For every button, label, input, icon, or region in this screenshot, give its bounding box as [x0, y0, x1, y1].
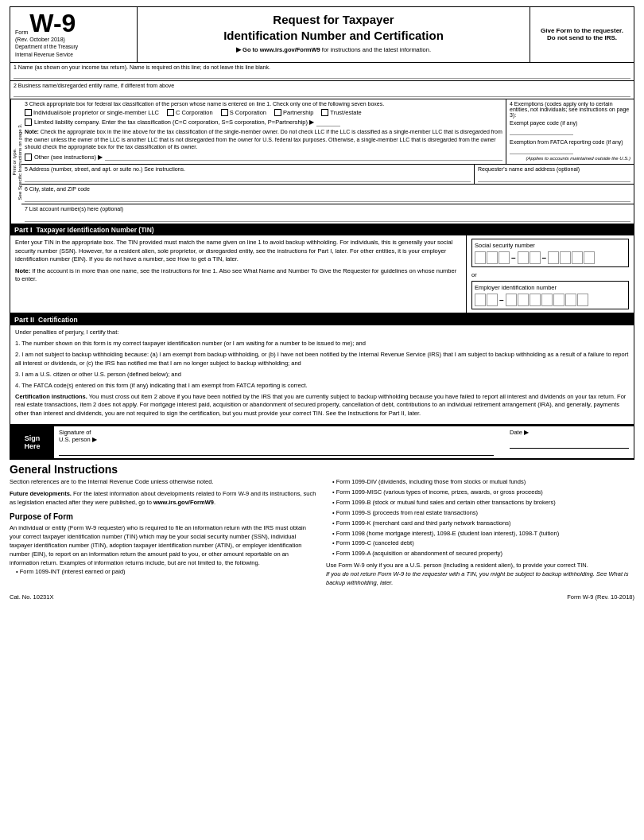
ssn-cell-7[interactable]	[560, 251, 571, 264]
requester-label: Requester's name and address (optional)	[478, 166, 630, 172]
ssn-cell-1[interactable]	[475, 251, 486, 264]
ein-cell-2[interactable]	[487, 294, 498, 306]
w9-form: Form W-9 (Rev. October 2018) Department …	[0, 0, 644, 840]
field2-input[interactable]	[14, 89, 630, 97]
ein-cell-1[interactable]	[475, 294, 486, 306]
field2-row: 2 Business name/disregarded entity name,…	[10, 81, 634, 99]
give-form-text: Give Form to the requester. Do not send …	[530, 7, 634, 62]
ssn-seg3	[548, 251, 595, 264]
c-corp-checkbox[interactable]	[167, 109, 174, 116]
ein-cell-8[interactable]	[565, 294, 576, 306]
other-row: Other (see instructions) ▶	[25, 153, 502, 161]
future-dev-end: .	[214, 499, 215, 506]
side-label: Print or type. See Specific Instructions…	[10, 99, 21, 224]
ein-cell-5[interactable]	[530, 294, 541, 306]
llc-row: Limited liability company. Enter the tax…	[25, 119, 502, 126]
part1-header: Part I Taxpayer Identification Number (T…	[10, 224, 634, 235]
col-left: Section references are to the Internal R…	[10, 478, 318, 587]
fatca-input[interactable]	[510, 146, 573, 154]
requester-block: Requester's name and address (optional)	[475, 165, 634, 184]
ssn-cell-2[interactable]	[487, 251, 498, 264]
ein-cell-9[interactable]	[577, 294, 588, 306]
general-instructions: General Instructions Section references …	[10, 459, 634, 604]
sign-section: Sign Here Signature of U.S. person ▶ Dat…	[10, 425, 634, 459]
ssn-cell-6[interactable]	[548, 251, 559, 264]
field5-label: 5 Address (number, street, and apt. or s…	[25, 166, 471, 172]
purpose-title: Purpose of Form	[10, 511, 318, 523]
italic-text: If you do not return Form W-9 to the req…	[326, 570, 634, 587]
requester-input[interactable]	[478, 174, 630, 182]
field3-4-row: 3 Check appropriate box for federal tax …	[21, 99, 634, 165]
fatca-block: Exemption from FATCA reporting code (if …	[510, 139, 630, 154]
partnership-checkbox[interactable]	[274, 109, 281, 116]
part1-body: Enter your TIN in the appropriate box. T…	[10, 235, 634, 313]
part1-note-prefix: Note:	[15, 267, 30, 274]
ssn-cell-9[interactable]	[584, 251, 595, 264]
other-checkbox[interactable]	[25, 154, 32, 161]
s-corp-checkbox[interactable]	[221, 109, 228, 116]
field7-label: 7 List account number(s) here (optional)	[25, 206, 630, 212]
field7-input[interactable]	[25, 214, 630, 222]
sig-label: Signature of	[59, 429, 494, 436]
two-col-layout: Section references are to the Internal R…	[10, 478, 634, 587]
bullet1: • Form 1099-INT (interest earned or paid…	[16, 568, 318, 577]
form-fields-body: 1 Name (as shown on your income tax retu…	[10, 63, 634, 224]
exempt-payee-input[interactable]	[510, 127, 573, 135]
ein-dash: –	[499, 296, 504, 305]
field6-input[interactable]	[25, 194, 630, 202]
individual-checkbox[interactable]	[25, 109, 32, 116]
field4-label: 4 Exemptions (codes apply only to certai…	[510, 101, 630, 118]
part2-intro: Under penalties of perjury, I certify th…	[15, 329, 629, 337]
part1-left: Enter your TIN in the appropriate box. T…	[10, 235, 467, 313]
llc-classification-input[interactable]	[316, 119, 340, 126]
other-input[interactable]	[105, 153, 502, 161]
field1-input[interactable]	[14, 71, 630, 79]
col-right: • Form 1099-DIV (dividends, including th…	[326, 478, 634, 587]
future-dev: Future developments. For the latest info…	[10, 490, 318, 508]
footer-row: Cat. No. 10231X Form W-9 (Rev. 10-2018)	[10, 593, 634, 601]
field6-label: 6 City, state, and ZIP code	[25, 186, 630, 192]
side-content: 3 Check appropriate box for federal tax …	[21, 99, 634, 224]
field1-label: 1 Name (as shown on your income tax retu…	[14, 64, 630, 70]
field5-input[interactable]	[25, 174, 471, 182]
go-to-suffix: for instructions and the latest informat…	[320, 46, 431, 53]
go-to-arrow: ▶ Go to	[236, 46, 260, 53]
ssn-cell-4[interactable]	[518, 251, 529, 264]
right-bullets: • Form 1099-DIV (dividends, including th…	[326, 478, 634, 558]
ssn-cell-8[interactable]	[572, 251, 583, 264]
c-corp-checkbox-item: C Corporation	[167, 109, 213, 116]
row6: 6 City, state, and ZIP code	[21, 185, 634, 204]
ein-cell-7[interactable]	[553, 294, 564, 306]
trust-checkbox[interactable]	[321, 109, 328, 116]
date-block: Date ▶	[510, 429, 629, 456]
ein-cell-4[interactable]	[518, 294, 529, 306]
row5: 5 Address (number, street, and apt. or s…	[21, 165, 634, 185]
date-label: Date ▶	[510, 429, 629, 436]
right-bullet-item: • Form 1099-K (merchant card and third p…	[332, 519, 634, 528]
form-header: Form W-9 (Rev. October 2018) Department …	[10, 6, 634, 63]
right-bullet-item: • Form 1099-DIV (dividends, including th…	[332, 478, 634, 487]
part1-body-text: Enter your TIN in the appropriate box. T…	[15, 239, 461, 264]
right-bullet-item: • Form 1099-C (canceled debt)	[332, 539, 634, 548]
part1-note-text: If the account is in more than one name,…	[15, 267, 456, 283]
use-text: Use Form W-9 only if you are a U.S. pers…	[326, 562, 634, 570]
note-label: Note:	[25, 129, 39, 134]
other-label: Other (see instructions) ▶	[34, 154, 103, 161]
ein-seg2	[506, 294, 588, 306]
ein-inputs: –	[475, 294, 626, 306]
ssn-cell-5[interactable]	[530, 251, 541, 264]
side-label-text: Print or type. See Specific Instructions…	[12, 101, 23, 222]
signature-input[interactable]	[59, 443, 494, 456]
llc-checkbox[interactable]	[25, 119, 32, 126]
part2-cert: Certification instructions. You must cro…	[15, 393, 629, 419]
ein-cell-6[interactable]	[541, 294, 553, 306]
note-text: Check the appropriate box in the line ab…	[25, 129, 502, 150]
c-corp-label: C Corporation	[176, 109, 213, 116]
ssn-seg1	[475, 251, 510, 264]
future-dev-url: www.irs.gov/FormW9	[153, 499, 214, 506]
ssn-cell-3[interactable]	[499, 251, 510, 264]
ein-box: Employer identification number –	[471, 281, 629, 309]
ein-cell-3[interactable]	[506, 294, 517, 306]
date-input[interactable]	[510, 436, 629, 449]
footer-form: Form W-9 (Rev. 10-2018)	[567, 593, 634, 601]
